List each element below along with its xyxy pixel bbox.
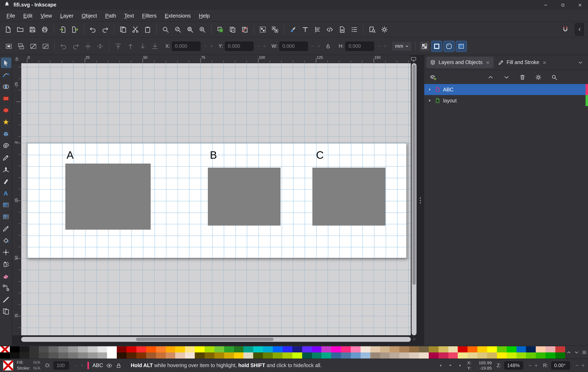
palette-swatch[interactable] xyxy=(68,352,78,358)
menu-text[interactable]: Text xyxy=(120,11,138,20)
scale-stroke-toggle[interactable] xyxy=(431,40,442,52)
palette-swatch[interactable] xyxy=(331,346,341,352)
palette-swatch[interactable] xyxy=(88,346,97,352)
align-dialog-button[interactable] xyxy=(312,24,323,35)
palette-swatch[interactable] xyxy=(526,346,536,352)
palette-swatch[interactable] xyxy=(136,352,146,358)
palette-swatch[interactable] xyxy=(399,346,409,352)
rotation-steppers[interactable] xyxy=(575,363,585,368)
palette-swatch[interactable] xyxy=(126,352,136,358)
palette-swatch[interactable] xyxy=(322,346,331,352)
palette-swatch[interactable] xyxy=(253,352,263,358)
layer-row-layout[interactable]: layout xyxy=(424,95,588,106)
palette-swatch[interactable] xyxy=(468,346,478,352)
copy-button[interactable] xyxy=(118,24,129,35)
palette-swatch[interactable] xyxy=(331,352,341,358)
palette-swatch[interactable] xyxy=(273,352,283,358)
palette-swatch[interactable] xyxy=(458,346,468,352)
current-layer-name[interactable]: ABC xyxy=(93,363,103,368)
y-steppers[interactable] xyxy=(256,44,267,48)
save-button[interactable] xyxy=(27,24,38,35)
palette-swatch[interactable] xyxy=(477,346,487,352)
palette-swatch[interactable] xyxy=(448,346,458,352)
y-input[interactable] xyxy=(225,41,253,51)
menu-file[interactable]: File xyxy=(2,11,19,20)
tool-selector[interactable] xyxy=(1,58,11,68)
palette-swatch[interactable] xyxy=(166,352,175,358)
palette-swatch[interactable] xyxy=(156,352,166,358)
raise-to-top-button[interactable] xyxy=(113,40,124,52)
display-mode-button[interactable] xyxy=(410,55,417,63)
palette-swatch[interactable] xyxy=(370,346,380,352)
menu-layer[interactable]: Layer xyxy=(56,11,78,20)
flip-vertical-button[interactable] xyxy=(95,40,106,52)
move-down-button[interactable] xyxy=(501,72,511,82)
palette-swatch[interactable] xyxy=(497,346,507,352)
rotate-cw-button[interactable] xyxy=(70,40,81,52)
move-gradients-toggle[interactable] xyxy=(456,40,467,52)
palette-swatch[interactable] xyxy=(438,352,448,358)
tab-fill-and-stroke[interactable]: Fill and Stroke xyxy=(494,57,550,68)
palette-swatch[interactable] xyxy=(526,352,536,358)
nav-prev-button[interactable] xyxy=(439,363,443,368)
palette-swatch[interactable] xyxy=(506,352,516,358)
palette-swatch[interactable] xyxy=(263,352,273,358)
select-all-button[interactable] xyxy=(3,40,14,52)
objects-list-button[interactable] xyxy=(349,24,360,35)
document-properties-button[interactable] xyxy=(336,24,347,35)
search-button[interactable] xyxy=(549,72,559,82)
x-input[interactable] xyxy=(172,41,201,51)
panel-menu-chevron-button[interactable] xyxy=(578,60,586,65)
palette-swatch[interactable] xyxy=(283,352,292,358)
menu-view[interactable]: View xyxy=(37,11,56,20)
export-button[interactable] xyxy=(69,24,80,35)
palette-swatch[interactable] xyxy=(49,346,59,352)
deselect-button[interactable] xyxy=(28,40,39,52)
unit-selector[interactable]: mm xyxy=(392,41,412,51)
w-input[interactable] xyxy=(280,41,308,51)
guide-lock-button[interactable] xyxy=(12,55,21,63)
tab-layers-and-objects[interactable]: Layers and Objects xyxy=(426,57,494,68)
tab-close-button[interactable] xyxy=(542,60,546,65)
palette-swatch[interactable] xyxy=(205,346,214,352)
palette-swatch[interactable] xyxy=(214,346,224,352)
fill-stroke-dialog-button[interactable] xyxy=(287,24,298,35)
opacity-steppers[interactable] xyxy=(74,363,84,368)
horizontal-scroll-thumb[interactable] xyxy=(136,338,273,341)
layer-visibility-button[interactable] xyxy=(106,362,112,369)
lower-button[interactable] xyxy=(137,40,148,52)
tool-eraser[interactable] xyxy=(1,271,11,281)
ungroup-button[interactable] xyxy=(270,24,281,35)
palette-swatch[interactable] xyxy=(126,346,136,352)
palette-swatch[interactable] xyxy=(107,346,117,352)
zoom-selection-button[interactable] xyxy=(160,24,171,35)
palette-swatch[interactable] xyxy=(399,352,409,358)
fill-stroke-indicator[interactable] xyxy=(3,360,13,371)
palette-swatch[interactable] xyxy=(224,346,234,352)
palette-swatch[interactable] xyxy=(312,346,322,352)
palette-swatch[interactable] xyxy=(19,346,29,352)
palette-swatch[interactable] xyxy=(536,352,546,358)
palette-swatch[interactable] xyxy=(205,352,214,358)
move-up-button[interactable] xyxy=(485,72,495,82)
layer-row-abc[interactable]: ABC xyxy=(424,84,588,95)
menu-path[interactable]: Path xyxy=(101,11,120,20)
palette-swatch[interactable] xyxy=(546,346,555,352)
palette-swatch[interactable] xyxy=(117,352,127,358)
palette-swatch[interactable] xyxy=(292,352,302,358)
palette-swatch[interactable] xyxy=(322,352,331,358)
close-button[interactable] xyxy=(576,1,584,9)
palette-swatch[interactable] xyxy=(351,352,361,358)
tool-connector[interactable] xyxy=(1,282,11,293)
open-button[interactable] xyxy=(15,24,26,35)
palette-swatch[interactable] xyxy=(97,346,107,352)
palette-swatch[interactable] xyxy=(49,352,59,358)
tool-star[interactable] xyxy=(1,117,11,127)
canvas-viewport[interactable]: ABC xyxy=(21,63,411,335)
select-all-layers-button[interactable] xyxy=(16,40,27,52)
palette-swatch[interactable] xyxy=(370,352,380,358)
palette-swatch[interactable] xyxy=(361,346,370,352)
palette-swatch[interactable] xyxy=(302,346,312,352)
unlink-clone-button[interactable] xyxy=(239,24,250,35)
lock-width-height-button[interactable] xyxy=(323,41,333,51)
